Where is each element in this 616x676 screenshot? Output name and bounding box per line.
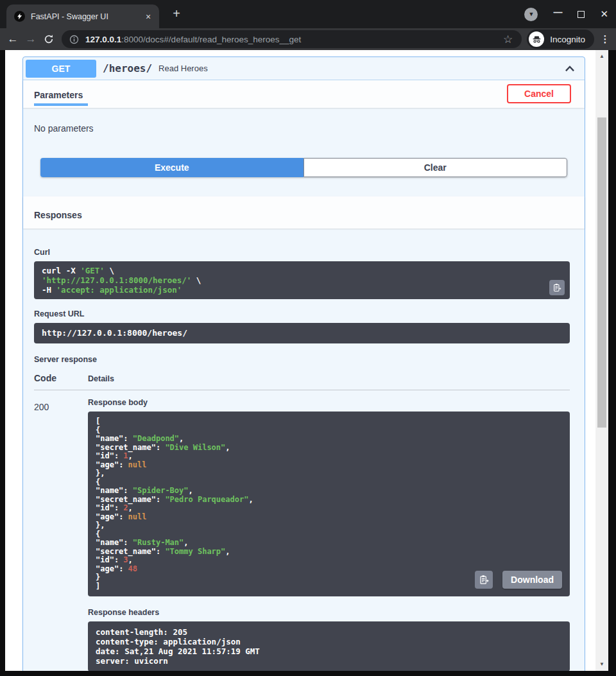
swagger-page: GET /heroes/ Read Heroes Parameters Canc… bbox=[5, 50, 595, 671]
response-headers-label: Response headers bbox=[88, 608, 570, 617]
status-code: 200 bbox=[34, 398, 88, 671]
browser-menu-icon[interactable]: ⋮ bbox=[598, 33, 612, 45]
tab-close-icon[interactable]: × bbox=[142, 12, 154, 22]
response-details: Response body [ { "name": "Deadpond", "s… bbox=[88, 398, 570, 671]
scrollbar-thumb[interactable] bbox=[597, 117, 606, 428]
url-path: :8000/docs#/default/read_heroes_heroes__… bbox=[121, 35, 301, 44]
url-text[interactable]: 127.0.0.1:8000/docs#/default/read_heroes… bbox=[85, 35, 502, 44]
response-headers-block: content-length: 205content-type: applica… bbox=[88, 621, 570, 671]
page-info-icon[interactable] bbox=[69, 35, 79, 44]
responses-title: Responses bbox=[34, 205, 82, 220]
response-table-divider bbox=[34, 390, 570, 390]
responses-body: Curl curl -X 'GET' \ 'http://127.0.0.1:8… bbox=[23, 229, 585, 671]
scrollbar-down-icon[interactable]: ▼ bbox=[595, 659, 608, 670]
clear-button[interactable]: Clear bbox=[304, 158, 568, 177]
copy-response-button[interactable] bbox=[475, 571, 493, 589]
response-body-label: Response body bbox=[88, 398, 570, 407]
method-badge: GET bbox=[26, 60, 96, 78]
curl-label: Curl bbox=[34, 248, 570, 257]
new-tab-button[interactable]: + bbox=[168, 6, 185, 22]
request-url-block: http://127.0.0.1:8000/heroes/ bbox=[34, 323, 570, 343]
download-button[interactable]: Download bbox=[502, 571, 562, 589]
operation-block-get-heroes: GET /heroes/ Read Heroes Parameters Canc… bbox=[22, 56, 585, 671]
incognito-badge: Incognito bbox=[527, 30, 594, 49]
response-body-block: [ { "name": "Deadpond", "secret_name": "… bbox=[88, 412, 570, 596]
forward-button[interactable]: → bbox=[22, 30, 40, 48]
no-parameters-text: No parameters bbox=[23, 108, 585, 134]
reload-button[interactable] bbox=[40, 34, 58, 44]
tab-search-button[interactable]: ▼ bbox=[524, 8, 538, 21]
bookmark-star-icon[interactable]: ☆ bbox=[502, 33, 514, 46]
response-row-200: 200 Response body [ { "name": "Deadpond"… bbox=[34, 398, 570, 671]
response-body-actions: Download bbox=[475, 571, 562, 589]
scrollbar-up-icon[interactable]: ▲ bbox=[595, 51, 608, 62]
parameters-tab-underline bbox=[34, 103, 88, 106]
maximize-button[interactable] bbox=[578, 11, 585, 18]
back-button[interactable]: ← bbox=[4, 30, 22, 48]
window-close-button[interactable]: ✕ bbox=[600, 8, 608, 20]
request-url-value: http://127.0.0.1:8000/heroes/ bbox=[42, 328, 187, 338]
incognito-label: Incognito bbox=[550, 35, 585, 44]
titlebar: FastAPI - Swagger UI × + ▼ — ✕ bbox=[0, 0, 616, 28]
operation-path: /heroes/ bbox=[103, 62, 152, 74]
operation-summary: Read Heroes bbox=[158, 64, 208, 73]
details-column-header: Details bbox=[88, 374, 114, 383]
execute-button-group: Execute Clear bbox=[40, 158, 567, 177]
window-controls: ▼ — ✕ bbox=[524, 0, 608, 28]
minimize-button[interactable]: — bbox=[553, 7, 562, 17]
incognito-icon bbox=[529, 31, 544, 47]
cancel-button[interactable]: Cancel bbox=[507, 84, 571, 103]
code-column-header: Code bbox=[34, 373, 88, 383]
responses-section-header: Responses bbox=[23, 196, 585, 229]
address-bar[interactable]: 127.0.0.1:8000/docs#/default/read_heroes… bbox=[62, 30, 522, 48]
fastapi-favicon-icon bbox=[14, 11, 25, 22]
operation-header[interactable]: GET /heroes/ Read Heroes bbox=[23, 57, 585, 80]
request-url-label: Request URL bbox=[34, 309, 570, 318]
tab-title: FastAPI - Swagger UI bbox=[31, 12, 142, 21]
browser-tab[interactable]: FastAPI - Swagger UI × bbox=[6, 4, 159, 28]
parameters-title: Parameters bbox=[34, 85, 83, 100]
collapse-chevron-icon[interactable] bbox=[563, 62, 577, 76]
execute-button[interactable]: Execute bbox=[40, 158, 304, 177]
page-viewport: GET /heroes/ Read Heroes Parameters Canc… bbox=[0, 50, 616, 671]
server-response-label: Server response bbox=[34, 355, 570, 364]
url-host: 127.0.0.1 bbox=[85, 35, 121, 44]
curl-command-block: curl -X 'GET' \ 'http://127.0.0.1:8000/h… bbox=[34, 261, 570, 299]
browser-window: FastAPI - Swagger UI × + ▼ — ✕ ← → 127.0… bbox=[0, 0, 616, 676]
browser-toolbar: ← → 127.0.0.1:8000/docs#/default/read_he… bbox=[0, 28, 616, 50]
parameters-section-header: Parameters Cancel bbox=[23, 80, 585, 108]
response-table-header: Code Details bbox=[34, 373, 570, 383]
copy-curl-button[interactable] bbox=[549, 280, 565, 295]
page-scrollbar[interactable]: ▲ ▼ bbox=[595, 50, 608, 671]
